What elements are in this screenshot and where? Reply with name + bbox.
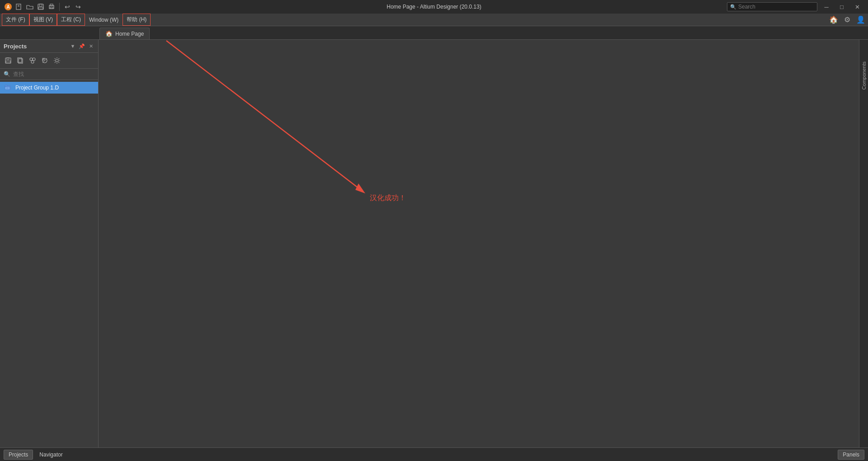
svg-rect-2 — [16, 4, 21, 9]
panels-button[interactable]: Panels — [838, 450, 864, 460]
svg-rect-6 — [39, 4, 42, 6]
settings-icon[interactable]: ⚙ — [842, 14, 853, 25]
bottom-bar: Projects Navigator Panels — [0, 447, 868, 461]
svg-text:A: A — [6, 5, 9, 9]
menu-window[interactable]: Window (W) — [85, 14, 123, 25]
project-group-item[interactable]: Project Group 1.D — [0, 82, 98, 94]
account-icon[interactable]: 👤 — [855, 14, 866, 25]
svg-rect-13 — [6, 61, 10, 63]
close-button[interactable]: ✕ — [850, 2, 864, 11]
sidebar-close-icon[interactable]: ✕ — [87, 42, 94, 50]
project-group-label: Project Group 1.D — [15, 85, 59, 91]
svg-rect-7 — [38, 7, 43, 9]
svg-rect-11 — [5, 58, 11, 63]
redo-icon[interactable]: ↪ — [74, 2, 83, 11]
project-group-icon — [5, 84, 13, 92]
sidebar-copy-btn[interactable] — [15, 55, 26, 66]
sidebar-settings-btn[interactable] — [52, 55, 62, 66]
sidebar-header: Projects ▼ 📌 ✕ — [0, 40, 98, 53]
sidebar-search-icon: 🔍 — [4, 71, 10, 77]
svg-rect-10 — [50, 7, 53, 9]
svg-marker-29 — [355, 183, 365, 193]
menu-file[interactable]: 文件 (F) — [2, 14, 29, 26]
sidebar-pin-icon[interactable]: 📌 — [78, 42, 85, 50]
minimize-button[interactable]: ─ — [819, 2, 834, 11]
search-input[interactable] — [738, 4, 811, 10]
undo-icon[interactable]: ↩ — [63, 2, 72, 11]
main-layout: Projects ▼ 📌 ✕ — [0, 40, 868, 447]
menu-view[interactable]: 视图 (V) — [29, 14, 57, 26]
svg-point-17 — [33, 58, 35, 61]
menu-project[interactable]: 工程 (C) — [57, 14, 85, 26]
tab-home[interactable]: 🏠 Home Page — [99, 28, 150, 39]
sidebar-controls: ▼ 📌 ✕ — [69, 42, 94, 50]
home-tab-icon: 🏠 — [105, 30, 113, 37]
sidebar-title: Projects — [4, 43, 27, 50]
toolbar-left: A — [4, 2, 83, 11]
search-box[interactable]: 🔍 — [727, 2, 817, 11]
svg-point-16 — [30, 58, 33, 61]
new-icon[interactable] — [14, 2, 24, 11]
svg-rect-25 — [5, 87, 9, 89]
app-icon: A — [4, 2, 13, 11]
sidebar-search: 🔍 — [0, 69, 98, 80]
bottom-right: Panels — [838, 450, 864, 460]
tab-bar: 🏠 Home Page — [0, 26, 868, 40]
search-icon: 🔍 — [730, 4, 736, 10]
right-sidebar: Components — [859, 40, 868, 447]
right-icons: 🏠 ⚙ 👤 — [828, 14, 866, 25]
sidebar-toolbar — [0, 53, 98, 69]
print-icon[interactable] — [47, 2, 56, 11]
title-bar: A — [0, 0, 868, 14]
content-area: 汉化成功！ — [99, 40, 859, 447]
svg-rect-23 — [5, 85, 7, 87]
svg-point-21 — [56, 59, 58, 62]
sidebar-search-input[interactable] — [13, 71, 94, 77]
svg-rect-12 — [7, 58, 9, 60]
separator — [59, 3, 60, 11]
sidebar-group-btn[interactable] — [27, 55, 38, 66]
components-label[interactable]: Components — [860, 58, 868, 93]
save-icon[interactable] — [36, 2, 45, 11]
title-right: 🔍 ─ □ ✕ — [727, 2, 864, 11]
annotation-arrow-svg — [99, 40, 859, 447]
maximize-button[interactable]: □ — [835, 2, 849, 11]
window-title: Home Page - Altium Designer (20.0.13) — [387, 4, 481, 10]
open-icon[interactable] — [25, 2, 34, 11]
svg-point-18 — [31, 61, 34, 63]
bottom-tab-navigator[interactable]: Navigator — [35, 450, 67, 459]
window-controls: ─ □ ✕ — [819, 2, 864, 11]
sidebar: Projects ▼ 📌 ✕ — [0, 40, 99, 447]
tab-home-label: Home Page — [115, 31, 144, 37]
svg-rect-5 — [38, 4, 43, 9]
home-icon[interactable]: 🏠 — [828, 14, 839, 25]
menu-bar: 文件 (F) 视图 (V) 工程 (C) Window (W) 帮助 (H) 🏠… — [0, 14, 868, 26]
svg-line-28 — [166, 41, 361, 190]
sidebar-save-btn[interactable] — [3, 55, 14, 66]
sidebar-filter-icon[interactable]: ▼ — [69, 42, 76, 50]
menu-help[interactable]: 帮助 (H) — [123, 14, 151, 26]
sidebar-target-btn[interactable] — [39, 55, 50, 66]
project-list: Project Group 1.D — [0, 80, 98, 447]
annotation-text: 汉化成功！ — [370, 193, 406, 203]
bottom-tab-projects[interactable]: Projects — [4, 450, 33, 460]
